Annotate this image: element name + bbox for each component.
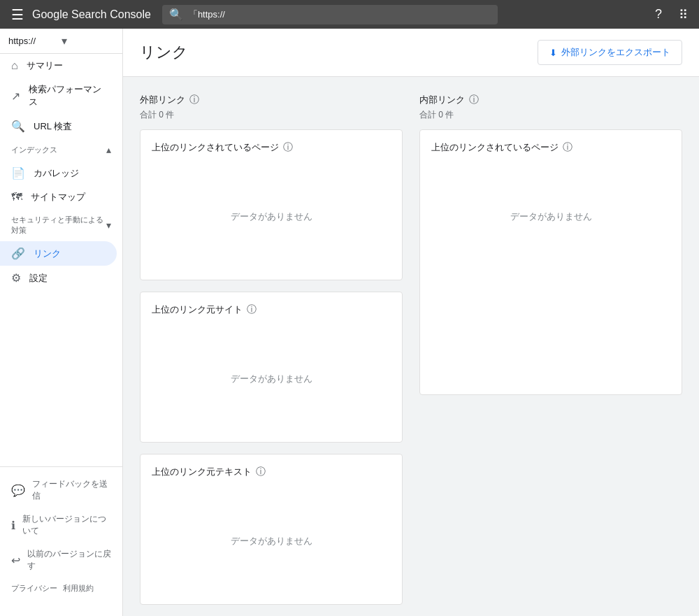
property-selector[interactable]: https:// ▾ [0,29,122,54]
sidebar-item-label: 検索パフォーマンス [29,83,106,108]
sidebar-item-label: URL 検査 [34,120,72,133]
chevron-down-icon: ▾ [106,220,111,231]
index-section-label: インデックス [11,145,57,155]
app-header: ☰ Google Search Console 🔍 ? ⠿ [0,0,699,29]
card-help-icon[interactable]: ⓘ [283,141,293,154]
export-button[interactable]: ⬇ 外部リンクをエクスポート [538,40,682,65]
card-help-icon[interactable]: ⓘ [247,303,257,316]
external-links-column: 外部リンク ⓘ 合計 0 件 上位のリンクされているページ ⓘ データがありませ… [140,94,403,605]
sidebar-item-sitemap[interactable]: 🗺 サイトマップ [0,185,117,209]
sidebar-item-links[interactable]: 🔗 リンク [0,241,117,266]
sidebar-item-url-inspection[interactable]: 🔍 URL 検査 [0,114,117,138]
help-icon[interactable]: ? [649,1,668,27]
header-actions: ? ⠿ [649,1,693,28]
home-icon: ⌂ [11,59,18,72]
feedback-icon: 💬 [11,484,25,497]
card-empty-top-linked-internal: データがありません [420,154,682,280]
sidebar-item-label: サイトマップ [31,191,85,203]
page-title: リンク [140,42,188,63]
internal-links-label: 内部リンク [419,94,465,106]
sidebar-item-label: フィードバックを送信 [32,478,111,502]
sidebar-item-new-version[interactable]: ℹ 新しいバージョンについて [0,508,122,543]
menu-icon[interactable]: ☰ [6,1,29,29]
internal-help-icon[interactable]: ⓘ [469,94,479,106]
links-icon: 🔗 [11,247,25,260]
content-area: 外部リンク ⓘ 合計 0 件 上位のリンクされているページ ⓘ データがありませ… [123,77,699,616]
sidebar-item-summary[interactable]: ⌂ サマリー [0,54,117,78]
card-title-source-sites: 上位のリンク元サイト ⓘ [152,303,391,316]
card-empty-source-sites: データがありません [140,316,402,442]
property-label: https:// [8,36,62,46]
sitemap-icon: 🗺 [11,191,22,203]
index-section-header[interactable]: インデックス ▴ [0,138,122,161]
sidebar-item-label: 設定 [29,272,48,285]
chart-icon: ↗ [11,89,20,103]
card-help-icon[interactable]: ⓘ [563,141,572,154]
card-empty-top-linked-external: データがありません [140,154,402,280]
sidebar-item-label: リンク [34,248,61,260]
card-top-linked-pages-internal: 上位のリンクされているページ ⓘ データがありません [419,129,682,395]
internal-links-title: 内部リンク ⓘ [419,94,682,109]
external-links-title: 外部リンク ⓘ [140,94,403,109]
card-title-top-linked-external: 上位のリンクされているページ ⓘ [152,141,391,154]
search-input[interactable] [189,9,491,20]
sidebar-item-label: 以前のバージョンに戻す [27,548,111,572]
sidebar-item-feedback[interactable]: 💬 フィードバックを送信 [0,473,122,508]
app-layout: https:// ▾ ⌂ サマリー ↗ 検索パフォーマンス 🔍 URL 検査 イ… [0,29,699,616]
security-section-header[interactable]: セキュリティと手動による対策 ▾ [0,209,122,241]
sidebar-item-old-version[interactable]: ↩ 以前のバージョンに戻す [0,543,122,578]
apps-icon[interactable]: ⠿ [673,1,693,28]
download-icon: ⬇ [549,48,557,58]
internal-links-column: 内部リンク ⓘ 合計 0 件 上位のリンクされているページ ⓘ データがありませ… [419,94,682,395]
search-bar[interactable]: 🔍 [162,5,498,24]
card-top-linked-pages-external: 上位のリンクされているページ ⓘ データがありません [140,129,403,280]
logo-text: Google Search Console [32,8,151,21]
app-logo: Google Search Console [32,8,151,21]
external-links-count: 合計 0 件 [140,109,403,121]
sidebar-footer: 💬 フィードバックを送信 ℹ 新しいバージョンについて ↩ 以前のバージョンに戻… [0,466,122,605]
card-help-icon[interactable]: ⓘ [256,466,266,478]
terms-link[interactable]: 利用規約 [63,583,94,594]
security-section-label: セキュリティと手動による対策 [11,215,103,236]
card-title-top-linked-internal: 上位のリンクされているページ ⓘ [431,141,670,154]
coverage-icon: 📄 [11,166,25,180]
search-icon: 🔍 [11,120,25,133]
info-icon: ℹ [11,519,15,532]
back-icon: ↩ [11,554,20,567]
card-top-link-source-sites: 上位のリンク元サイト ⓘ データがありません [140,292,403,443]
sidebar: https:// ▾ ⌂ サマリー ↗ 検索パフォーマンス 🔍 URL 検査 イ… [0,29,123,616]
sidebar-item-label: カバレッジ [34,167,79,180]
privacy-link[interactable]: プライバシー [11,583,57,594]
internal-links-count: 合計 0 件 [419,109,682,121]
external-links-label: 外部リンク [140,94,185,106]
sidebar-item-label: サマリー [27,59,63,72]
card-empty-source-text: データがありません [140,478,402,604]
card-title-source-text: 上位のリンク元テキスト ⓘ [152,466,391,478]
card-top-link-source-text: 上位のリンク元テキスト ⓘ データがありません [140,454,403,605]
sidebar-item-label: 新しいバージョンについて [22,513,111,537]
sidebar-item-settings[interactable]: ⚙ 設定 [0,266,117,290]
external-help-icon[interactable]: ⓘ [189,94,199,106]
sidebar-item-search-performance[interactable]: ↗ 検索パフォーマンス [0,78,117,114]
sidebar-privacy-links: プライバシー 利用規約 [0,578,122,599]
settings-icon: ⚙ [11,271,21,285]
export-label: 外部リンクをエクスポート [561,46,670,59]
main-header: リンク ⬇ 外部リンクをエクスポート [123,29,699,77]
main-content: リンク ⬇ 外部リンクをエクスポート 外部リンク ⓘ 合計 0 件 上位のリンク… [123,29,699,616]
sidebar-item-coverage[interactable]: 📄 カバレッジ [0,161,117,185]
chevron-up-icon: ▴ [106,144,111,155]
chevron-down-icon: ▾ [62,34,115,48]
search-icon: 🔍 [169,8,183,21]
